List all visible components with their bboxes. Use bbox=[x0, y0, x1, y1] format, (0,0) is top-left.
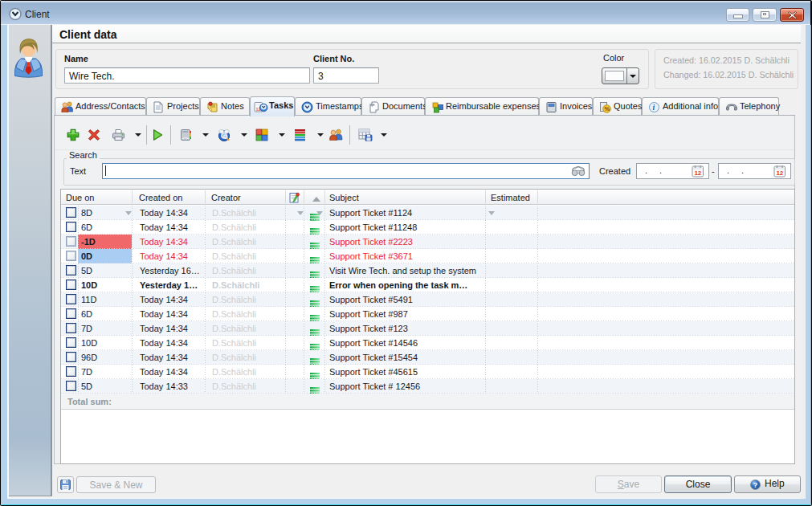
svg-text:?: ? bbox=[753, 481, 758, 489]
svg-text:12: 12 bbox=[694, 169, 701, 177]
svg-text:%: % bbox=[605, 105, 610, 112]
svg-text:12: 12 bbox=[776, 169, 783, 177]
svg-text:i: i bbox=[653, 103, 655, 112]
